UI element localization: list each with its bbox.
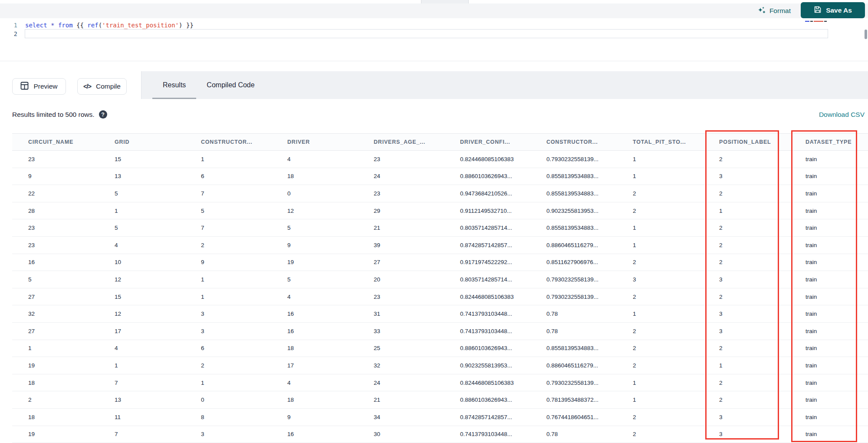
table-cell: 1 xyxy=(617,397,703,403)
table-cell: 9 xyxy=(185,259,271,265)
table-cell: 4 xyxy=(271,294,358,300)
column-header: TOTAL_PIT_STO... xyxy=(617,139,703,145)
table-cell: 1 xyxy=(703,362,789,369)
table-cell: 13 xyxy=(99,173,185,179)
table-cell: 7 xyxy=(99,380,185,386)
table-row: 913618240.8860103626943...0.855813953488… xyxy=(12,168,868,185)
results-tab-strip: Results Compiled Code xyxy=(141,71,868,99)
preview-button[interactable]: Preview xyxy=(12,78,66,95)
table-cell: 23 xyxy=(358,156,444,162)
tab-compiled-code[interactable]: Compiled Code xyxy=(196,71,265,99)
table-cell: 0.9023255813953... xyxy=(530,208,617,214)
table-cell: 39 xyxy=(358,242,444,248)
minimap-segment xyxy=(805,21,809,22)
code-token: ( xyxy=(99,22,102,29)
table-cell: 5 xyxy=(185,208,271,214)
table-cell: 15 xyxy=(99,294,185,300)
table-cell: 5 xyxy=(12,276,99,283)
table-cell: train xyxy=(789,328,868,334)
table-cell: 0.7674418604651... xyxy=(530,414,617,420)
table-row: 191217320.9023255813953...0.886046511627… xyxy=(12,357,868,374)
table-cell: 4 xyxy=(99,242,185,248)
table-cell: 12 xyxy=(99,311,185,317)
table-cell: train xyxy=(789,397,868,403)
table-cell: train xyxy=(789,276,868,283)
table-cell: 19 xyxy=(12,431,99,437)
tab-compiled-code-label: Compiled Code xyxy=(207,81,254,89)
table-header-row: CIRCUIT_NAMEGRIDCONSTRUCTOR...DRIVERDRIV… xyxy=(12,133,868,151)
table-cell: 9 xyxy=(12,173,99,179)
table-cell: 1 xyxy=(617,156,703,162)
table-cell: 0.8860103626943... xyxy=(444,397,530,403)
table-cell: 2 xyxy=(703,190,789,197)
table-cell: 5 xyxy=(99,225,185,231)
table-body: 231514230.8244680851063830.7930232558139… xyxy=(12,151,868,443)
editor-scrollbar-thumb[interactable] xyxy=(865,30,867,39)
table-cell: 2 xyxy=(185,242,271,248)
table-cell: 2 xyxy=(617,431,703,437)
table-cell: 6 xyxy=(185,345,271,351)
format-button[interactable]: Format xyxy=(756,5,791,17)
table-cell: 29 xyxy=(358,208,444,214)
active-line-highlight xyxy=(25,29,828,38)
table-cell: train xyxy=(789,311,868,317)
table-row: 2717316330.7413793103448...0.7823train xyxy=(12,323,868,340)
save-as-button[interactable]: Save As xyxy=(801,2,865,18)
code-token xyxy=(73,22,76,29)
table-cell: 3 xyxy=(185,311,271,317)
table-cell: 2 xyxy=(703,345,789,351)
table-cell: 2 xyxy=(617,362,703,369)
minimap-segment xyxy=(810,21,813,22)
column-header: DRIVER_CONFI... xyxy=(444,139,530,145)
table-cell: 17 xyxy=(99,328,185,334)
table-cell: 32 xyxy=(358,362,444,369)
table-cell: 2 xyxy=(617,208,703,214)
table-cell: 18 xyxy=(271,397,358,403)
table-cell: 2 xyxy=(617,328,703,334)
code-token: ref xyxy=(87,22,98,29)
table-cell: train xyxy=(789,345,868,351)
code-token: select xyxy=(25,22,47,29)
table-row: 23575210.8035714285714...0.8558139534883… xyxy=(12,219,868,237)
table-cell: 0.8035714285714... xyxy=(444,276,530,283)
tab-results[interactable]: Results xyxy=(152,71,196,99)
table-cell: 0.7930232558139... xyxy=(530,156,617,162)
table-cell: 0.7413793103448... xyxy=(444,431,530,437)
table-cell: 0.7930232558139... xyxy=(530,294,617,300)
table-cell: 2 xyxy=(185,362,271,369)
file-tab-bar xyxy=(0,0,868,3)
table-cell: 0.824468085106383 xyxy=(444,294,530,300)
table-cell: 18 xyxy=(271,345,358,351)
inactive-file-tab[interactable] xyxy=(421,0,469,3)
help-icon[interactable]: ? xyxy=(99,110,107,119)
minimap-segment xyxy=(824,21,827,22)
table-cell: 0.78 xyxy=(530,311,617,317)
table-cell: 1 xyxy=(12,345,99,351)
format-button-label: Format xyxy=(769,7,791,15)
table-cell: 16 xyxy=(271,431,358,437)
code-token xyxy=(47,22,51,29)
table-cell: 1 xyxy=(617,225,703,231)
table-cell: 12 xyxy=(99,276,185,283)
compile-button[interactable]: </> Compile xyxy=(77,78,127,95)
editor-minimap[interactable] xyxy=(805,20,829,23)
table-cell: 12 xyxy=(271,208,358,214)
table-cell: 3 xyxy=(703,276,789,283)
table-cell: 17 xyxy=(271,362,358,369)
table-cell: 1 xyxy=(99,362,185,369)
table-cell: 4 xyxy=(271,380,358,386)
table-cell: 3 xyxy=(703,173,789,179)
table-cell: 1 xyxy=(185,276,271,283)
download-csv-link[interactable]: Download CSV xyxy=(819,111,865,119)
table-cell: 0.8511627906976... xyxy=(530,259,617,265)
sql-code-editor[interactable]: 1 2 select * from {{ ref('train_test_pos… xyxy=(0,18,868,61)
sql-ide-window: Format Save As 1 2 select * from {{ ref(… xyxy=(0,0,868,443)
table-cell: 0.7413793103448... xyxy=(444,311,530,317)
table-cell: 2 xyxy=(703,397,789,403)
table-cell: train xyxy=(789,173,868,179)
code-icon: </> xyxy=(83,83,91,90)
table-cell: 0.9112149532710... xyxy=(444,208,530,214)
code-token xyxy=(183,22,186,29)
table-cell: 0 xyxy=(185,397,271,403)
table-cell: train xyxy=(789,156,868,162)
